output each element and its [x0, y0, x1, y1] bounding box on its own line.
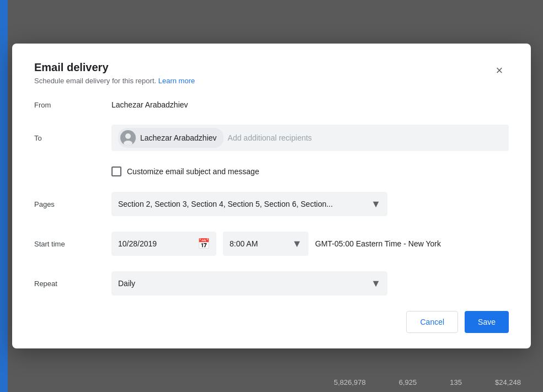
- modal-subtitle-text: Schedule email delivery for this report.: [34, 77, 156, 85]
- from-row: From Lachezar Arabadzhiev: [34, 100, 509, 109]
- recipient-name: Lachezar Arabadzhiev: [140, 133, 217, 142]
- from-label: From: [34, 101, 111, 109]
- start-time-row: Start time 10/28/2019 📅 8:00 AM ▼ GMT-05…: [34, 232, 509, 256]
- to-row: To Lachezar Arabadzhiev A: [34, 125, 509, 151]
- save-button[interactable]: Save: [465, 311, 509, 333]
- bg-table-row: 5,826,978 6,925 135 $24,248: [0, 372, 543, 392]
- to-label: To: [34, 134, 111, 142]
- bg-col1: 5,826,978: [334, 378, 366, 386]
- pages-row: Pages Section 2, Section 3, Section 4, S…: [34, 192, 509, 216]
- modal-footer: Cancel Save: [34, 311, 509, 333]
- bg-col3: 135: [450, 378, 462, 386]
- repeat-dropdown[interactable]: Daily ▼: [111, 271, 387, 296]
- modal-title-section: Email delivery Schedule email delivery f…: [34, 61, 195, 85]
- calendar-icon: 📅: [198, 238, 210, 250]
- customize-checkbox[interactable]: [111, 167, 121, 176]
- pages-value: Section 2, Section 3, Section 4, Section…: [118, 200, 333, 208]
- recipient-chip: Lachezar Arabadzhiev: [118, 128, 223, 148]
- customize-label[interactable]: Customize email subject and message: [111, 167, 259, 176]
- background-overlay: 5,826,978 6,925 135 $24,248 Email delive…: [0, 0, 543, 392]
- customize-text: Customize email subject and message: [127, 167, 259, 176]
- date-value: 10/28/2019: [118, 239, 157, 248]
- pages-label: Pages: [34, 200, 111, 208]
- learn-more-link[interactable]: Learn more: [158, 77, 195, 85]
- svg-point-1: [125, 133, 131, 139]
- repeat-label: Repeat: [34, 280, 111, 288]
- date-input[interactable]: 10/28/2019 📅: [111, 232, 216, 256]
- modal-subtitle: Schedule email delivery for this report.…: [34, 77, 195, 85]
- add-recipients-placeholder[interactable]: Add additional recipients: [228, 133, 312, 142]
- cancel-button[interactable]: Cancel: [406, 311, 458, 333]
- close-button[interactable]: ×: [490, 61, 509, 80]
- to-field[interactable]: Lachezar Arabadzhiev Add additional reci…: [111, 125, 509, 151]
- repeat-chevron-icon: ▼: [371, 278, 381, 289]
- time-dropdown[interactable]: 8:00 AM ▼: [223, 232, 308, 256]
- bg-col4: $24,248: [495, 378, 521, 386]
- start-time-label: Start time: [34, 240, 111, 248]
- modal-body: From Lachezar Arabadzhiev To: [34, 100, 509, 296]
- timezone-label: GMT-05:00 Eastern Time - New York: [315, 239, 441, 248]
- time-value: 8:00 AM: [230, 239, 258, 248]
- avatar: [120, 130, 136, 146]
- pages-dropdown[interactable]: Section 2, Section 3, Section 4, Section…: [111, 192, 387, 216]
- repeat-row: Repeat Daily ▼: [34, 271, 509, 296]
- from-value: Lachezar Arabadzhiev: [111, 100, 188, 109]
- start-time-controls: 10/28/2019 📅 8:00 AM ▼ GMT-05:00 Eastern…: [111, 232, 441, 256]
- email-delivery-modal: Email delivery Schedule email delivery f…: [12, 44, 531, 348]
- bg-col2: 6,925: [399, 378, 417, 386]
- modal-title: Email delivery: [34, 61, 195, 74]
- modal-header: Email delivery Schedule email delivery f…: [34, 61, 509, 85]
- repeat-value: Daily: [118, 279, 135, 288]
- time-chevron-icon: ▼: [292, 238, 302, 250]
- sidebar-hint: [0, 0, 8, 392]
- customize-row: Customize email subject and message: [111, 167, 509, 176]
- pages-chevron-icon: ▼: [371, 198, 381, 210]
